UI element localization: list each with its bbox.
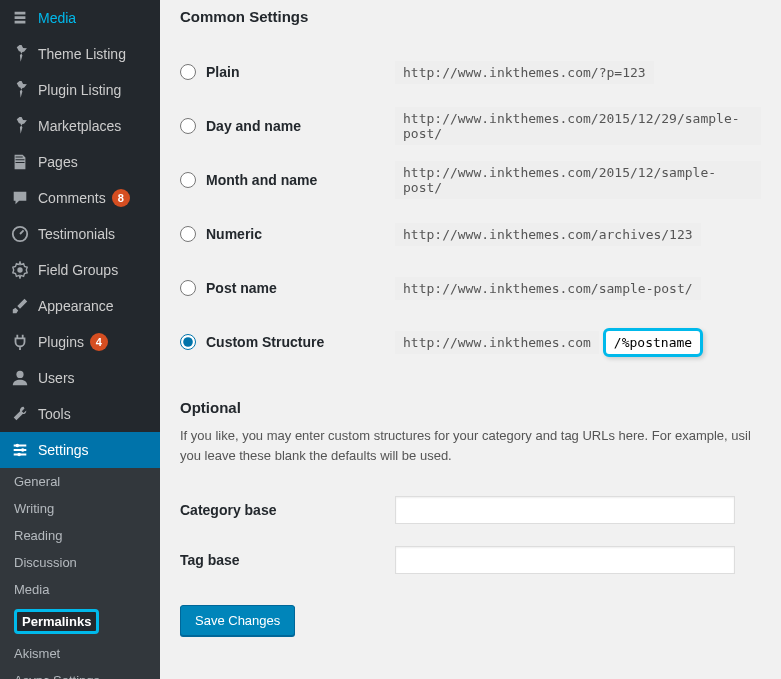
sidebar-item-marketplaces[interactable]: Marketplaces — [0, 108, 160, 144]
sidebar-item-label: Media — [38, 10, 76, 26]
sidebar-item-label: Marketplaces — [38, 118, 121, 134]
sidebar-item-label: Comments — [38, 190, 106, 206]
submenu-permalinks[interactable]: Permalinks — [0, 603, 160, 640]
settings-submenu: General Writing Reading Discussion Media… — [0, 468, 160, 679]
url-example: http://www.inkthemes.com/2015/12/29/samp… — [395, 107, 761, 145]
plug-icon — [10, 332, 30, 352]
sidebar-item-plugins[interactable]: Plugins 4 — [0, 324, 160, 360]
tag-base-label: Tag base — [180, 552, 395, 568]
url-example: http://www.inkthemes.com/?p=123 — [395, 61, 654, 84]
permalink-option-post-name: Post name http://www.inkthemes.com/sampl… — [180, 261, 761, 315]
svg-point-2 — [16, 371, 23, 378]
user-icon — [10, 368, 30, 388]
custom-structure-input[interactable] — [603, 328, 703, 357]
sidebar-item-comments[interactable]: Comments 8 — [0, 180, 160, 216]
submenu-general[interactable]: General — [0, 468, 160, 495]
svg-point-5 — [17, 453, 21, 457]
radio-month-name[interactable] — [180, 172, 196, 188]
submenu-akismet[interactable]: Akismet — [0, 640, 160, 667]
sidebar-item-label: Pages — [38, 154, 78, 170]
sidebar-item-label: Theme Listing — [38, 46, 126, 62]
sidebar-item-label: Appearance — [38, 298, 114, 314]
sidebar-item-tools[interactable]: Tools — [0, 396, 160, 432]
sidebar-item-label: Field Groups — [38, 262, 118, 278]
save-changes-button[interactable]: Save Changes — [180, 605, 295, 636]
svg-point-3 — [16, 444, 20, 448]
comment-icon — [10, 188, 30, 208]
submenu-async-settings[interactable]: Async Settings — [0, 667, 160, 679]
category-base-label: Category base — [180, 502, 395, 518]
plugins-badge: 4 — [90, 333, 108, 351]
sliders-icon — [10, 440, 30, 460]
optional-description: If you like, you may enter custom struct… — [180, 426, 761, 465]
option-label: Numeric — [206, 226, 262, 242]
permalink-option-custom: Custom Structure http://www.inkthemes.co… — [180, 315, 761, 369]
brush-icon — [10, 296, 30, 316]
radio-day-name[interactable] — [180, 118, 196, 134]
dashboard-icon — [10, 224, 30, 244]
category-base-input[interactable] — [395, 496, 735, 524]
sidebar-item-settings[interactable]: Settings — [0, 432, 160, 468]
url-example: http://www.inkthemes.com/2015/12/sample-… — [395, 161, 761, 199]
heading-optional: Optional — [180, 399, 761, 416]
option-label: Month and name — [206, 172, 317, 188]
radio-post-name[interactable] — [180, 280, 196, 296]
comments-badge: 8 — [112, 189, 130, 207]
permalink-option-plain: Plain http://www.inkthemes.com/?p=123 — [180, 45, 761, 99]
svg-point-1 — [17, 267, 22, 272]
custom-url-prefix: http://www.inkthemes.com — [395, 331, 599, 354]
sidebar-item-label: Users — [38, 370, 75, 386]
option-label: Custom Structure — [206, 334, 324, 350]
permalink-option-numeric: Numeric http://www.inkthemes.com/archive… — [180, 207, 761, 261]
sidebar-item-label: Tools — [38, 406, 71, 422]
option-label: Post name — [206, 280, 277, 296]
url-example: http://www.inkthemes.com/archives/123 — [395, 223, 701, 246]
sidebar-item-field-groups[interactable]: Field Groups — [0, 252, 160, 288]
category-base-row: Category base — [180, 485, 761, 535]
sidebar-item-theme-listing[interactable]: Theme Listing — [0, 36, 160, 72]
option-label: Day and name — [206, 118, 301, 134]
pin-icon — [10, 80, 30, 100]
svg-point-4 — [21, 448, 25, 452]
tag-base-row: Tag base — [180, 535, 761, 585]
sidebar-item-label: Testimonials — [38, 226, 115, 242]
tag-base-input[interactable] — [395, 546, 735, 574]
pin-icon — [10, 44, 30, 64]
admin-sidebar: Media Theme Listing Plugin Listing Marke… — [0, 0, 160, 679]
page-icon — [10, 152, 30, 172]
permalink-option-day-name: Day and name http://www.inkthemes.com/20… — [180, 99, 761, 153]
wrench-icon — [10, 404, 30, 424]
sidebar-item-label: Plugins — [38, 334, 84, 350]
radio-numeric[interactable] — [180, 226, 196, 242]
radio-custom[interactable] — [180, 334, 196, 350]
submenu-discussion[interactable]: Discussion — [0, 549, 160, 576]
media-icon — [10, 8, 30, 28]
sidebar-item-pages[interactable]: Pages — [0, 144, 160, 180]
sidebar-item-testimonials[interactable]: Testimonials — [0, 216, 160, 252]
sidebar-item-users[interactable]: Users — [0, 360, 160, 396]
submenu-writing[interactable]: Writing — [0, 495, 160, 522]
url-example: http://www.inkthemes.com/sample-post/ — [395, 277, 701, 300]
content-area: Common Settings Plain http://www.inkthem… — [160, 0, 781, 679]
option-label: Plain — [206, 64, 239, 80]
heading-common-settings: Common Settings — [180, 8, 761, 25]
submenu-media[interactable]: Media — [0, 576, 160, 603]
sidebar-item-label: Settings — [38, 442, 89, 458]
gear-icon — [10, 260, 30, 280]
sidebar-item-label: Plugin Listing — [38, 82, 121, 98]
sidebar-item-plugin-listing[interactable]: Plugin Listing — [0, 72, 160, 108]
submenu-reading[interactable]: Reading — [0, 522, 160, 549]
sidebar-item-media[interactable]: Media — [0, 0, 160, 36]
sidebar-item-appearance[interactable]: Appearance — [0, 288, 160, 324]
pin-icon — [10, 116, 30, 136]
radio-plain[interactable] — [180, 64, 196, 80]
permalink-option-month-name: Month and name http://www.inkthemes.com/… — [180, 153, 761, 207]
